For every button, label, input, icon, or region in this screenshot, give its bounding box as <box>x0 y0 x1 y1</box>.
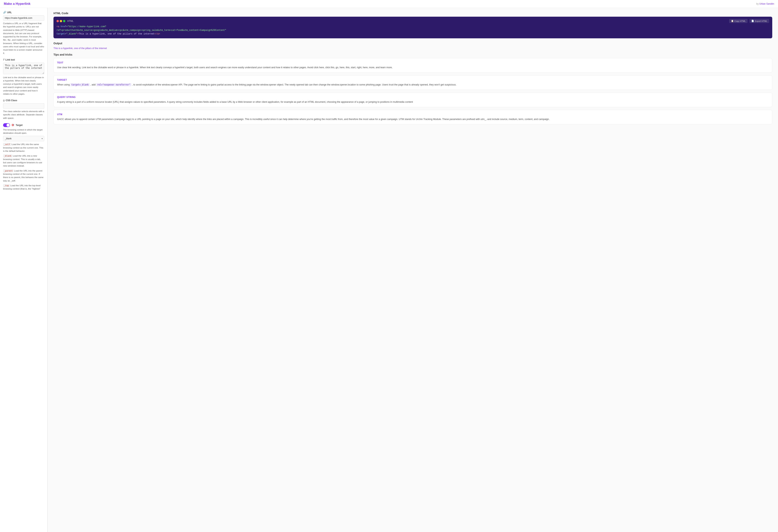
author-link[interactable]: Urban Sandén <box>759 2 774 5</box>
css-class-input[interactable] <box>3 103 44 109</box>
link-text-label: T Link text <box>3 59 44 61</box>
export-html-button[interactable]: 📄 Export HTML <box>750 19 769 23</box>
target-option-parent: _parent Load the URL into the parent bro… <box>3 169 44 182</box>
tip-title-text: TEXT <box>57 61 769 64</box>
tip-body-query-string: A query string is a part of a uniform re… <box>57 100 769 104</box>
output-heading: Output <box>54 42 772 45</box>
link-text-icon: T <box>3 59 4 61</box>
css-class-description: The class selector selects elements with… <box>3 110 44 120</box>
content-area: HTML Code HTML 📋 Copy HTML <box>48 8 778 532</box>
app-title: Make a Hyperlink <box>4 2 30 6</box>
target-select[interactable]: _blank _self _parent _top <box>3 136 44 141</box>
tip-title-utm: UTM <box>57 113 769 116</box>
target-option-self: _self Load the URL into the same browsin… <box>3 143 44 153</box>
tip-body-text: Use clear link wording. Link text is the… <box>57 66 769 69</box>
html-code-heading: HTML Code <box>54 12 772 15</box>
code-header-left: HTML <box>57 20 74 22</box>
main-layout: 🔗 URL Contains a URL or a URL fragment t… <box>0 8 778 532</box>
output-link[interactable]: This is a hyperlink, one of the pillars … <box>54 47 107 50</box>
css-class-label: {} CSS Class <box>3 99 44 102</box>
link-text-input[interactable]: This is a hyperlink, one of the pillars … <box>3 63 44 74</box>
tip-body-utm: GACC allows you to append certain UTM pa… <box>57 117 769 121</box>
tip-card-text: TEXT Use clear link wording. Link text i… <box>54 58 772 73</box>
tip-body-target: When using target=_blank , add rel="noop… <box>57 83 769 87</box>
traffic-light-red <box>57 20 59 22</box>
copy-html-button[interactable]: 📋 Copy HTML <box>729 19 748 23</box>
target-section: 🎯 Target The browsing context in which t… <box>3 123 44 191</box>
target-toggle[interactable] <box>3 123 10 127</box>
code-lang-label: HTML <box>67 20 74 22</box>
link-text-section: T Link text This is a hyperlink, one of … <box>3 59 44 96</box>
tips-section: Tips and tricks TEXT Use clear link word… <box>54 53 772 124</box>
target-option-top: _top Load the URL into the top-level bro… <box>3 184 44 191</box>
css-class-section: {} CSS Class The class selector selects … <box>3 99 44 120</box>
tip-title-query-string: QUERY STRING <box>57 96 769 98</box>
sidebar: 🔗 URL Contains a URL or a URL fragment t… <box>0 8 48 532</box>
toggle-knob <box>6 124 10 127</box>
traffic-light-yellow <box>60 20 62 22</box>
css-class-icon: {} <box>3 99 5 101</box>
url-label: 🔗 URL <box>3 11 44 14</box>
author-credit: by Urban Sandén <box>756 2 774 5</box>
traffic-light-green <box>63 20 65 22</box>
url-input[interactable] <box>3 15 44 21</box>
tip-card-utm: UTM GACC allows you to append certain UT… <box>54 110 772 124</box>
inline-code-target-blank: target=_blank <box>70 83 89 86</box>
code-header: HTML 📋 Copy HTML 📄 Export HTML <box>57 19 769 23</box>
tip-title-target: TARGET <box>57 79 769 81</box>
code-actions: 📋 Copy HTML 📄 Export HTML <box>729 19 769 23</box>
code-block: HTML 📋 Copy HTML 📄 Export HTML <a href="… <box>54 17 772 38</box>
url-icon: 🔗 <box>3 11 6 14</box>
target-option-blank: _blank Load the URL into a new browsing … <box>3 154 44 167</box>
target-toggle-row: 🎯 Target <box>3 123 44 127</box>
target-icon: 🎯 <box>11 124 14 126</box>
target-select-wrapper: _blank _self _parent _top ▾ <box>3 136 44 141</box>
output-section: Output This is a hyperlink, one of the p… <box>54 42 772 50</box>
tip-card-query-string: QUERY STRING A query string is a part of… <box>54 92 772 107</box>
target-description-before: The browsing context in which the target… <box>3 128 44 135</box>
tips-heading: Tips and tricks <box>54 53 772 56</box>
copy-icon: 📋 <box>731 20 734 22</box>
tip-card-target: TARGET When using target=_blank , add re… <box>54 75 772 90</box>
top-bar: Make a Hyperlink by Urban Sandén <box>0 0 778 8</box>
export-icon: 📄 <box>751 20 754 22</box>
target-label: Target <box>16 124 23 127</box>
url-section: 🔗 URL Contains a URL or a URL fragment t… <box>3 11 44 55</box>
url-description: Contains a URL or a URL fragment that th… <box>3 22 44 55</box>
code-content: <a href="https://make-hyperlink.com? ref… <box>57 25 769 36</box>
link-text-description: Link text is the clickable word or phras… <box>3 76 44 96</box>
inline-code-rel: rel="noopener noreferrer" <box>96 83 131 86</box>
traffic-lights <box>57 20 65 22</box>
